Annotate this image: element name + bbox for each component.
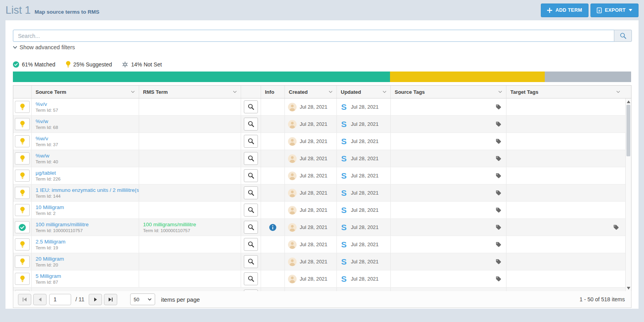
show-advanced-filters-toggle[interactable]: Show advanced filters <box>13 44 75 50</box>
page-number-input[interactable] <box>49 294 71 305</box>
created-cell: Jul 28, 2021 <box>285 219 337 236</box>
source-tag-icon[interactable] <box>496 173 501 179</box>
page-size-select[interactable]: 50 <box>130 293 155 305</box>
source-term-link[interactable]: %v/w <box>36 118 48 124</box>
source-term-link[interactable]: %w/w <box>36 153 49 159</box>
source-term-id: Term Id: 87 <box>36 280 58 284</box>
lookup-button[interactable] <box>244 169 258 182</box>
status-button[interactable] <box>15 152 30 165</box>
target-tag-icon[interactable] <box>613 224 619 230</box>
status-button[interactable] <box>15 204 30 216</box>
updated-date: Jul 28, 2021 <box>351 173 379 179</box>
magnifier-icon <box>248 190 254 196</box>
source-term-link[interactable]: 10 Milligram <box>36 204 64 210</box>
status-button[interactable] <box>15 101 30 113</box>
rms-term-cell <box>139 236 241 253</box>
sort-chevron-icon[interactable] <box>498 91 502 93</box>
scroll-down-icon[interactable] <box>627 287 630 290</box>
next-page-button[interactable] <box>89 294 102 305</box>
lookup-button[interactable] <box>244 255 258 268</box>
status-button[interactable] <box>15 238 30 250</box>
table-scrollbar[interactable] <box>625 98 631 292</box>
source-term-link[interactable]: %w/v <box>36 136 48 141</box>
legend-not-set-label: 14% Not Set <box>131 61 162 68</box>
header-rms-term[interactable]: RMS Term <box>139 86 241 98</box>
source-tag-icon[interactable] <box>496 138 501 144</box>
lightbulb-icon <box>20 138 25 145</box>
target-tags-cell <box>506 202 631 218</box>
lookup-cell <box>241 236 261 253</box>
lookup-button[interactable] <box>244 221 258 234</box>
source-tag-icon[interactable] <box>496 276 501 282</box>
source-tag-icon[interactable] <box>496 242 501 247</box>
status-cell <box>13 98 32 115</box>
updated-cell: S Jul 28, 2021 <box>337 184 391 201</box>
status-button[interactable] <box>15 170 30 182</box>
lookup-button[interactable] <box>244 152 258 165</box>
status-button[interactable] <box>15 273 30 285</box>
source-tag-icon[interactable] <box>496 207 501 213</box>
source-tag-icon[interactable] <box>496 121 501 127</box>
status-button[interactable] <box>15 187 30 199</box>
scrollbar-thumb[interactable] <box>626 105 630 156</box>
sort-chevron-icon[interactable] <box>131 91 135 93</box>
status-button[interactable] <box>15 256 30 268</box>
lookup-button[interactable] <box>244 186 258 199</box>
source-tag-icon[interactable] <box>496 259 501 265</box>
created-cell: Jul 28, 2021 <box>285 150 337 167</box>
items-per-page-label: items per page <box>161 296 200 303</box>
scroll-up-icon[interactable] <box>627 100 630 103</box>
lookup-button[interactable] <box>244 100 258 113</box>
lookup-button[interactable] <box>244 238 258 251</box>
header-target-tags[interactable]: Target Tags <box>506 86 631 98</box>
status-button[interactable] <box>15 221 30 233</box>
search-input[interactable] <box>13 30 614 42</box>
sort-chevron-icon[interactable] <box>383 91 386 93</box>
lookup-button[interactable] <box>244 118 258 131</box>
prev-page-button[interactable] <box>33 294 47 305</box>
source-tag-icon[interactable] <box>496 104 501 110</box>
lookup-button[interactable] <box>244 204 258 216</box>
header-created[interactable]: Created <box>285 86 337 98</box>
source-term-link[interactable]: 100 milligrams/millilitre <box>36 222 89 227</box>
header-status <box>13 86 32 98</box>
info-icon[interactable] <box>269 224 276 231</box>
header-source-tags[interactable]: Source Tags <box>391 86 506 98</box>
chevron-down-icon <box>13 46 17 49</box>
created-date: Jul 28, 2021 <box>300 156 327 161</box>
first-page-button[interactable] <box>18 294 31 305</box>
add-term-button[interactable]: ADD TERM <box>541 4 588 17</box>
source-term-link[interactable]: 2.5 Milligram <box>36 239 66 245</box>
source-tag-icon[interactable] <box>496 156 501 161</box>
lookup-cell <box>241 167 261 184</box>
last-page-button[interactable] <box>104 294 117 305</box>
source-tag-icon[interactable] <box>496 190 501 196</box>
source-tags-cell <box>391 133 506 150</box>
source-term-cell: %v/v Term Id: 57 <box>32 98 139 115</box>
magnifier-icon <box>248 155 254 162</box>
header-updated[interactable]: Updated <box>337 86 391 98</box>
header-source-term[interactable]: Source Term <box>32 86 139 98</box>
sort-chevron-icon[interactable] <box>329 91 333 93</box>
source-term-link[interactable]: 20 Milligram <box>36 256 64 262</box>
status-button[interactable] <box>15 118 30 130</box>
source-tags-cell <box>391 253 506 270</box>
lookup-button[interactable] <box>244 272 258 285</box>
status-button[interactable] <box>15 135 30 147</box>
source-term-link[interactable]: µg/tablet <box>36 170 56 176</box>
source-term-link[interactable]: 1 IEU: immuno enzymatic units / 2 millil… <box>36 187 139 193</box>
sort-chevron-icon[interactable] <box>233 91 237 93</box>
source-tag-icon[interactable] <box>496 224 501 230</box>
export-button[interactable]: x EXPORT <box>590 4 639 17</box>
sort-chevron-icon[interactable] <box>616 91 620 93</box>
search-button[interactable] <box>614 30 632 42</box>
table-row: 20 Milligram Term Id: 20 <box>13 253 631 270</box>
table-row: 100 milligrams/millilitre Term Id: 10000… <box>13 219 631 236</box>
lookup-button[interactable] <box>244 135 258 148</box>
gear-icon <box>122 61 128 68</box>
rms-term-link[interactable]: 100 milligrams/millilitre <box>143 222 196 227</box>
source-term-link[interactable]: %v/v <box>36 101 47 107</box>
source-term-link[interactable]: 5 Milligram <box>36 273 61 279</box>
creator-avatar-icon <box>288 240 297 249</box>
pagination-bar: / 11 50 items per page 1 - 50 of 518 ite… <box>13 291 631 308</box>
